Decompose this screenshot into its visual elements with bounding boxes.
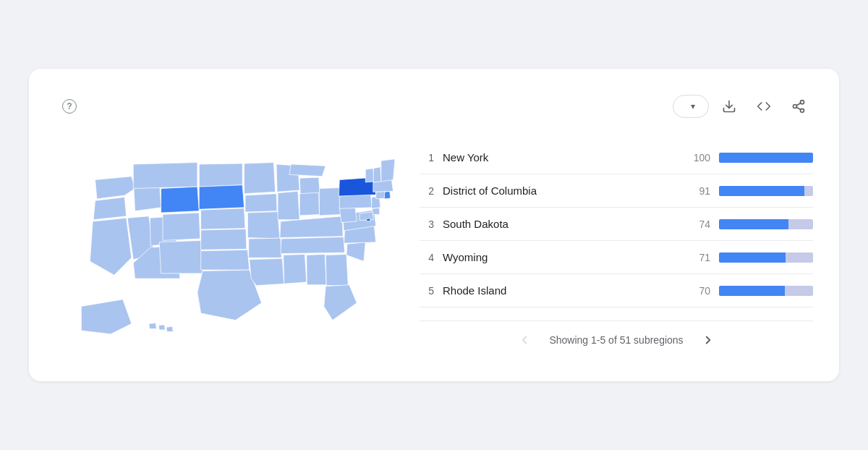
bar-remainder xyxy=(785,286,813,296)
card-header: ? ▾ xyxy=(55,92,813,121)
item-name: South Dakota xyxy=(443,218,678,230)
download-icon xyxy=(722,99,736,114)
item-rank: 4 xyxy=(420,252,434,263)
list-item: 5 Rhode Island 70 xyxy=(420,274,813,307)
chevron-right-icon xyxy=(702,334,715,347)
rankings-list: 1 New York 100 2 District of Columbia 91… xyxy=(420,141,813,352)
bar-fill xyxy=(719,286,785,296)
svg-line-5 xyxy=(796,103,801,106)
subregion-filter-button[interactable]: ▾ xyxy=(673,95,709,118)
item-value: 70 xyxy=(687,285,710,297)
bar-wrapper xyxy=(719,219,813,229)
pagination-label: Showing 1-5 of 51 subregions xyxy=(549,334,683,346)
item-rank: 3 xyxy=(420,218,434,230)
bar-wrapper xyxy=(719,153,813,163)
item-value: 100 xyxy=(687,152,710,164)
item-name: District of Columbia xyxy=(443,184,678,197)
header-right: ▾ xyxy=(673,92,813,121)
bar-wrapper xyxy=(719,186,813,196)
bar-fill xyxy=(719,153,813,163)
bar-wrapper xyxy=(719,252,813,263)
us-map xyxy=(62,147,395,355)
bar-wrapper xyxy=(719,286,813,296)
main-card: ? ▾ xyxy=(29,69,839,381)
chevron-left-icon xyxy=(518,334,531,347)
item-rank: 5 xyxy=(420,285,434,297)
item-rank: 1 xyxy=(420,152,434,164)
help-icon[interactable]: ? xyxy=(62,99,77,114)
bar-fill xyxy=(719,186,804,196)
embed-button[interactable] xyxy=(749,92,778,121)
item-value: 74 xyxy=(687,218,710,230)
item-value: 91 xyxy=(687,185,710,197)
item-name: Rhode Island xyxy=(443,284,678,297)
embed-icon xyxy=(757,99,771,114)
bar-remainder xyxy=(804,186,813,196)
share-icon xyxy=(791,99,806,114)
share-button[interactable] xyxy=(784,92,813,121)
bar-remainder xyxy=(786,252,813,263)
pagination: Showing 1-5 of 51 subregions xyxy=(420,320,813,352)
list-item: 2 District of Columbia 91 xyxy=(420,174,813,208)
list-item: 1 New York 100 xyxy=(420,141,813,174)
bar-fill xyxy=(719,219,788,229)
map-container xyxy=(55,141,402,361)
download-button[interactable] xyxy=(715,92,744,121)
item-name: New York xyxy=(443,151,678,164)
bar-remainder xyxy=(788,219,813,229)
content-area: 1 New York 100 2 District of Columbia 91… xyxy=(55,141,813,361)
item-name: Wyoming xyxy=(443,251,678,263)
pagination-next-button[interactable] xyxy=(697,328,720,352)
pagination-prev-button[interactable] xyxy=(513,328,536,352)
item-value: 71 xyxy=(687,252,710,263)
item-rank: 2 xyxy=(420,185,434,197)
list-item: 3 South Dakota 74 xyxy=(420,208,813,241)
list-item: 4 Wyoming 71 xyxy=(420,241,813,274)
bar-fill xyxy=(719,252,786,263)
header-left: ? xyxy=(55,99,77,114)
chevron-down-icon: ▾ xyxy=(691,101,695,111)
svg-line-4 xyxy=(796,108,801,110)
